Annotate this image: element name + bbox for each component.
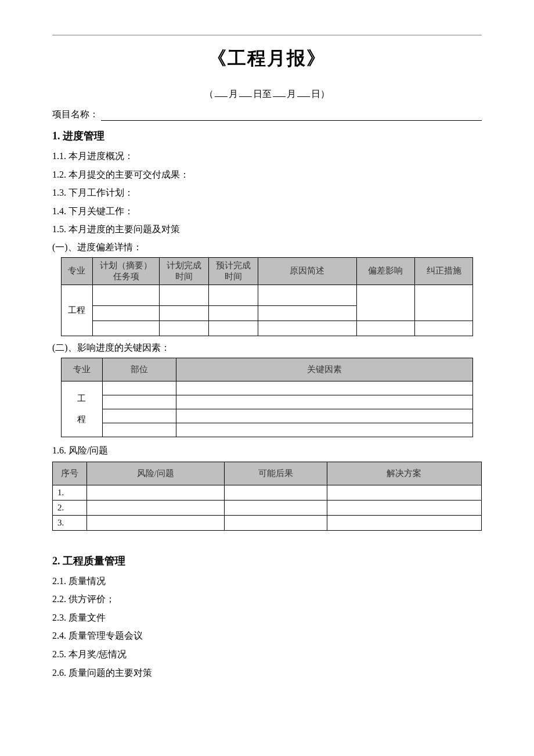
cell	[224, 485, 327, 500]
table-row: 1.	[53, 485, 482, 500]
item-2-1: 2.1. 质量情况	[52, 574, 482, 589]
item-1-3: 1.3. 下月工作计划：	[52, 185, 482, 200]
subsection-1: (一)、进度偏差详情：	[52, 242, 482, 254]
cell	[102, 395, 176, 409]
row-label-engineering: 工程	[61, 285, 92, 336]
project-name-blank	[101, 111, 482, 121]
col-part: 部位	[102, 358, 176, 381]
blank-month2	[273, 88, 286, 97]
table-header-row: 序号 风险/问题 可能后果 解决方案	[53, 462, 482, 485]
project-name-line: 项目名称：	[52, 109, 482, 121]
label-month1: 月	[229, 89, 238, 99]
col-seq: 序号	[53, 462, 87, 485]
cell	[176, 409, 473, 423]
col-risk: 风险/问题	[87, 462, 224, 485]
table-row: 工程	[61, 381, 472, 395]
table-row	[61, 423, 472, 437]
table-row: 3.	[53, 515, 482, 530]
cell	[92, 305, 160, 321]
item-1-6: 1.6. 风险/问题	[52, 443, 482, 458]
table-row	[61, 395, 472, 409]
cell	[160, 321, 209, 336]
deviation-table: 专业 计划（摘要）任务项 计划完成时间 预计完成时间 原因简述 偏差影响 纠正措…	[61, 257, 473, 336]
cell	[87, 500, 224, 515]
project-name-label: 项目名称：	[52, 109, 99, 121]
col-expected-finish: 预计完成时间	[209, 257, 258, 285]
subsection-2: (二)、影响进度的关键因素：	[52, 342, 482, 354]
item-2-4: 2.4. 质量管理专题会议	[52, 628, 482, 643]
cell	[414, 285, 472, 321]
cell	[209, 285, 258, 305]
section-2-heading: 2. 工程质量管理	[52, 554, 482, 568]
label-day1-to: 日至	[253, 89, 272, 99]
table-header-row: 专业 计划（摘要）任务项 计划完成时间 预计完成时间 原因简述 偏差影响 纠正措…	[61, 257, 472, 285]
table-row	[61, 409, 472, 423]
cell	[414, 321, 472, 336]
cell	[176, 381, 473, 395]
cell	[258, 321, 357, 336]
cell	[160, 305, 209, 321]
key-factor-table: 专业 部位 关键因素 工程	[61, 358, 473, 437]
section-1-heading: 1. 进度管理	[52, 129, 482, 143]
cell	[258, 305, 357, 321]
blank-month1	[215, 88, 228, 97]
label-day2: 日）	[311, 89, 330, 99]
cell	[176, 423, 473, 437]
cell	[356, 285, 414, 321]
cell	[356, 321, 414, 336]
top-rule	[52, 35, 482, 35]
char-cheng: 程	[77, 415, 86, 424]
cell	[176, 395, 473, 409]
col-major: 专业	[61, 358, 102, 381]
item-1-5: 1.5. 本月进度的主要问题及对策	[52, 222, 482, 237]
cell	[224, 515, 327, 530]
page-title: 《工程月报》	[52, 46, 482, 71]
paren-open: （	[204, 89, 214, 99]
cell	[87, 515, 224, 530]
blank-day1	[239, 88, 252, 97]
cell	[224, 500, 327, 515]
col-key-factor: 关键因素	[176, 358, 473, 381]
col-major: 专业	[61, 257, 92, 285]
col-plan-task: 计划（摘要）任务项	[92, 257, 160, 285]
risk-table: 序号 风险/问题 可能后果 解决方案 1. 2. 3.	[52, 462, 482, 531]
cell	[102, 423, 176, 437]
row-3-idx: 3.	[53, 515, 87, 530]
table-row	[61, 321, 472, 336]
col-reason: 原因简述	[258, 257, 357, 285]
table-row: 工程	[61, 285, 472, 305]
item-1-1: 1.1. 本月进度概况：	[52, 149, 482, 164]
spacer	[52, 537, 482, 550]
cell	[327, 485, 481, 500]
cell	[87, 485, 224, 500]
label-month2: 月	[287, 89, 296, 99]
blank-day2	[297, 88, 310, 97]
cell	[327, 500, 481, 515]
cell	[92, 321, 160, 336]
item-2-3: 2.3. 质量文件	[52, 610, 482, 625]
item-1-2: 1.2. 本月提交的主要可交付成果：	[52, 167, 482, 182]
item-2-2: 2.2. 供方评价；	[52, 592, 482, 607]
row-1-idx: 1.	[53, 485, 87, 500]
col-plan-finish: 计划完成时间	[160, 257, 209, 285]
cell	[102, 409, 176, 423]
cell	[209, 305, 258, 321]
cell	[160, 285, 209, 305]
cell	[258, 285, 357, 305]
cell	[327, 515, 481, 530]
col-impact: 偏差影响	[356, 257, 414, 285]
cell	[92, 285, 160, 305]
item-2-6: 2.6. 质量问题的主要对策	[52, 665, 482, 681]
cell	[209, 321, 258, 336]
col-correction: 纠正措施	[414, 257, 472, 285]
date-range: （月日至月日）	[52, 88, 482, 100]
col-consequence: 可能后果	[224, 462, 327, 485]
row-2-idx: 2.	[53, 500, 87, 515]
item-2-5: 2.5. 本月奖/惩情况	[52, 647, 482, 662]
item-1-4: 1.4. 下月关键工作：	[52, 204, 482, 219]
char-gong: 工	[77, 394, 86, 403]
cell	[102, 381, 176, 395]
table-row: 2.	[53, 500, 482, 515]
table-header-row: 专业 部位 关键因素	[61, 358, 472, 381]
col-solution: 解决方案	[327, 462, 481, 485]
